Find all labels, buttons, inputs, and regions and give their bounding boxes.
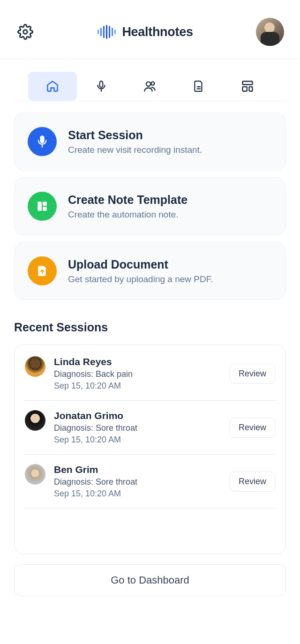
action-upload-document[interactable]: Upload Document Get started by uploading… bbox=[14, 242, 286, 300]
action-desc: Create the automation note. bbox=[68, 210, 188, 220]
mic-circle-icon bbox=[28, 127, 57, 156]
patient-avatar bbox=[25, 410, 45, 431]
gear-icon bbox=[17, 24, 33, 40]
recent-sessions-title: Recent Sessions bbox=[14, 321, 286, 334]
svg-rect-21 bbox=[43, 207, 47, 211]
patient-diagnosis: Diagnosis: Back pain bbox=[54, 369, 221, 379]
tab-documents[interactable] bbox=[174, 72, 223, 101]
document-icon bbox=[193, 80, 205, 92]
svg-rect-5 bbox=[109, 26, 110, 38]
svg-rect-3 bbox=[103, 26, 105, 38]
recent-sessions-list: Linda Reyes Diagnosis: Back pain Sep 15,… bbox=[14, 344, 286, 554]
svg-rect-4 bbox=[106, 25, 107, 39]
patient-diagnosis: Diagnosis: Sore throat bbox=[54, 477, 221, 487]
session-time: Sep 15, 10:20 AM bbox=[54, 435, 221, 445]
tab-patients[interactable] bbox=[126, 72, 174, 101]
patient-name: Ben Grim bbox=[54, 464, 221, 475]
brand: Healthnotes bbox=[98, 25, 193, 39]
svg-rect-14 bbox=[243, 82, 253, 85]
tab-record[interactable] bbox=[77, 72, 126, 101]
app-header: Healthnotes bbox=[0, 0, 300, 60]
review-button[interactable]: Review bbox=[230, 472, 275, 492]
patient-avatar bbox=[25, 356, 45, 377]
review-button[interactable]: Review bbox=[230, 418, 275, 438]
main-content: Start Session Create new visit recording… bbox=[0, 101, 300, 554]
session-row: Jonatan Grimo Diagnosis: Sore throat Sep… bbox=[24, 401, 276, 455]
action-desc: Create new visit recording instant. bbox=[68, 145, 202, 155]
action-title: Create Note Template bbox=[68, 193, 188, 207]
session-time: Sep 15, 10:20 AM bbox=[54, 489, 221, 499]
tab-templates[interactable] bbox=[223, 72, 272, 101]
patient-diagnosis: Diagnosis: Sore throat bbox=[54, 423, 221, 433]
profile-avatar[interactable] bbox=[256, 18, 284, 46]
review-button[interactable]: Review bbox=[230, 364, 275, 384]
patient-avatar bbox=[25, 464, 45, 485]
upload-circle-icon bbox=[28, 256, 57, 285]
action-title: Start Session bbox=[68, 128, 202, 142]
svg-point-10 bbox=[146, 82, 150, 86]
action-start-session[interactable]: Start Session Create new visit recording… bbox=[14, 112, 286, 171]
users-icon bbox=[143, 80, 157, 93]
svg-point-11 bbox=[151, 82, 154, 85]
svg-point-0 bbox=[23, 30, 28, 34]
tab-bar bbox=[14, 60, 286, 101]
template-circle-icon bbox=[28, 192, 57, 221]
svg-rect-7 bbox=[114, 30, 116, 34]
svg-rect-1 bbox=[98, 30, 99, 34]
svg-rect-19 bbox=[38, 202, 42, 211]
action-create-template[interactable]: Create Note Template Create the automati… bbox=[14, 177, 286, 235]
svg-rect-17 bbox=[41, 136, 44, 142]
action-desc: Get started by uploading a new PDF. bbox=[68, 274, 213, 285]
svg-rect-16 bbox=[249, 87, 253, 91]
brand-wave-icon bbox=[98, 25, 118, 39]
svg-rect-6 bbox=[112, 28, 113, 36]
session-row: Ben Grim Diagnosis: Sore throat Sep 15, … bbox=[24, 455, 276, 509]
settings-button[interactable] bbox=[16, 22, 35, 41]
svg-rect-15 bbox=[243, 87, 247, 91]
svg-rect-2 bbox=[100, 28, 102, 36]
patient-name: Jonatan Grimo bbox=[54, 410, 221, 421]
action-title: Upload Document bbox=[68, 258, 213, 271]
session-time: Sep 15, 10:20 AM bbox=[54, 381, 221, 391]
tab-home[interactable] bbox=[28, 72, 77, 101]
brand-name: Healthnotes bbox=[122, 25, 193, 39]
patient-name: Linda Reyes bbox=[54, 356, 221, 367]
session-row: Linda Reyes Diagnosis: Back pain Sep 15,… bbox=[24, 347, 276, 401]
svg-rect-8 bbox=[100, 81, 103, 87]
svg-rect-20 bbox=[43, 202, 47, 206]
go-to-dashboard-button[interactable]: Go to Dashboard bbox=[14, 564, 286, 596]
mic-icon bbox=[95, 80, 107, 92]
home-icon bbox=[46, 80, 59, 93]
layout-icon bbox=[241, 80, 254, 93]
